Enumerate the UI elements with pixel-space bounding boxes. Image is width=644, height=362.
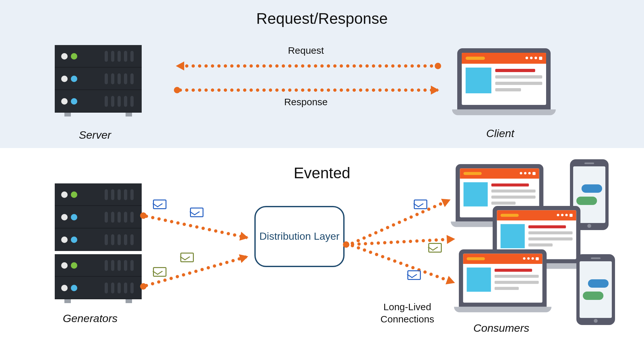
envelope-icon bbox=[407, 270, 421, 280]
laptop-icon bbox=[459, 249, 547, 312]
title-request-response: Request/Response bbox=[0, 10, 644, 27]
envelope-icon bbox=[414, 200, 427, 209]
request-label: Request bbox=[274, 45, 338, 56]
generator-arrow-1 bbox=[143, 216, 247, 238]
envelope-icon bbox=[180, 253, 194, 262]
envelope-icon bbox=[153, 200, 166, 209]
distribution-layer-label: Distribution Layer bbox=[260, 230, 340, 243]
consumers-label: Consumers bbox=[473, 322, 529, 334]
server-icon bbox=[55, 45, 142, 113]
distribution-layer-box: Distribution Layer bbox=[254, 206, 345, 267]
laptop-icon bbox=[457, 48, 551, 115]
server-icon bbox=[55, 254, 142, 299]
server-label: Server bbox=[79, 129, 111, 141]
envelope-icon bbox=[190, 208, 204, 217]
server-icon bbox=[55, 183, 142, 251]
response-label: Response bbox=[270, 97, 341, 107]
longlived-label: Long-Lived Connections bbox=[365, 301, 449, 325]
envelope-icon bbox=[153, 267, 166, 277]
generators-label: Generators bbox=[63, 312, 118, 325]
phone-icon bbox=[576, 254, 615, 325]
title-evented: Evented bbox=[0, 164, 644, 182]
envelope-icon bbox=[428, 243, 442, 253]
client-label: Client bbox=[486, 127, 514, 140]
